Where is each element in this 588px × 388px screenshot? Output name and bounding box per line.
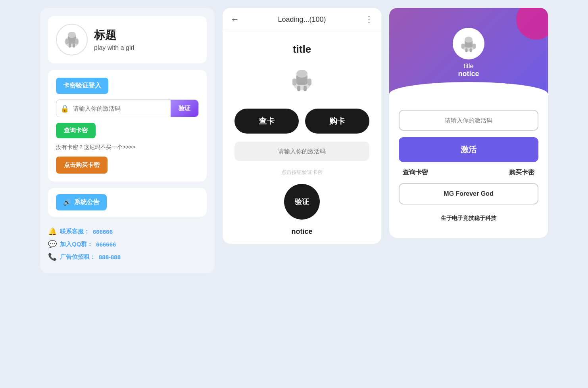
contact-section: 🔔 联系客服： 666666 💬 加入QQ群： 666666 📞 广告位招租： … [48,223,207,265]
qq-icon: 💬 [48,240,57,248]
buy-card-link[interactable]: 购买卡密 [509,168,534,177]
back-button[interactable]: ← [231,14,239,25]
check-card-button[interactable]: 查卡 [234,109,299,134]
svg-rect-11 [307,78,311,86]
speaker-icon: 🔊 [63,199,71,206]
action-buttons: 查卡 购卡 [234,109,369,134]
svg-rect-10 [292,78,296,86]
app-info: 标题 play with a girl [94,28,134,52]
svg-rect-18 [473,44,476,49]
no-card-text: 没有卡密？这尼玛不买一个>>>> [56,144,199,151]
contact-ads: 📞 广告位招租： 888-888 [48,252,207,261]
svg-rect-12 [297,86,300,91]
loading-text: Loading...(100) [278,15,326,24]
app-icon [56,24,88,55]
verify-button[interactable]: 验证 [171,100,198,117]
buy-card-button[interactable]: 购卡 [305,109,369,134]
topbar: ← Loading...(100) ⋮ [223,8,381,31]
query-card-link[interactable]: 查询卡密 [403,168,428,177]
contact-qq: 💬 加入QQ群： 666666 [48,240,207,248]
right-panel: title notice 激活 查询卡密 购买卡密 MG Forever God… [389,8,548,238]
mg-forever-button[interactable]: MG Forever God [399,183,538,205]
card-login-button[interactable]: 卡密验证登入 [56,78,108,94]
svg-rect-20 [470,48,472,52]
notice-section: 🔊 系统公告 [48,188,207,217]
lock-icon: 🔒 [56,104,73,113]
right-avatar [453,28,484,59]
activate-button[interactable]: 激活 [399,137,538,162]
activation-input[interactable] [73,100,171,117]
left-panel: 标题 play with a girl 卡密验证登入 🔒 验证 查询卡密 没有卡… [40,8,215,273]
svg-rect-5 [69,44,71,48]
middle-notice: notice [291,227,312,236]
verify-hint: 点击按钮验证卡密 [281,169,323,176]
svg-rect-6 [73,44,75,48]
bell-icon: 🔔 [48,227,57,236]
app-subtitle: play with a girl [94,44,134,52]
app-title: 标题 [94,28,134,43]
header-decoration [516,8,548,40]
middle-title: title [293,43,311,55]
phone-icon: 📞 [48,252,57,261]
middle-mascot [286,63,318,101]
svg-rect-13 [304,86,307,91]
app-header: 标题 play with a girl [48,16,207,63]
right-action-row: 查询卡密 购买卡密 [399,168,538,177]
buy-card-button[interactable]: 点击购买卡密 [56,157,108,174]
activation-row: 🔒 验证 [56,99,199,117]
right-header: title notice [389,8,548,102]
svg-point-2 [68,32,76,38]
verify-circle-button[interactable]: 验证 [284,184,320,220]
middle-content: title 查卡 购卡 点击按钮验证卡密 验证 notice [223,31,381,244]
right-app-notice: notice [458,70,479,78]
svg-rect-3 [65,39,69,44]
svg-rect-4 [75,39,78,44]
middle-activation-input[interactable] [234,141,369,161]
right-activation-input[interactable] [399,110,538,131]
svg-point-16 [465,37,473,43]
more-button[interactable]: ⋮ [365,14,373,25]
right-app-title: title [464,63,474,70]
notice-button[interactable]: 🔊 系统公告 [56,194,107,210]
contact-service: 🔔 联系客服： 666666 [48,227,207,236]
right-content: 激活 查询卡密 购买卡密 MG Forever God 生于电子竞技稳于科技 [389,102,548,238]
card-login-section: 卡密验证登入 🔒 验证 查询卡密 没有卡密？这尼玛不买一个>>>> 点击购买卡密 [48,70,207,182]
middle-panel: ← Loading...(100) ⋮ title 查卡 购卡 点击按钮验证卡密… [223,8,381,244]
query-card-button[interactable]: 查询卡密 [56,123,96,138]
svg-point-9 [296,70,307,78]
right-footer: 生于电子竞技稳于科技 [399,211,538,230]
header-wave [389,82,548,102]
svg-rect-17 [461,44,465,49]
svg-rect-19 [465,48,468,52]
